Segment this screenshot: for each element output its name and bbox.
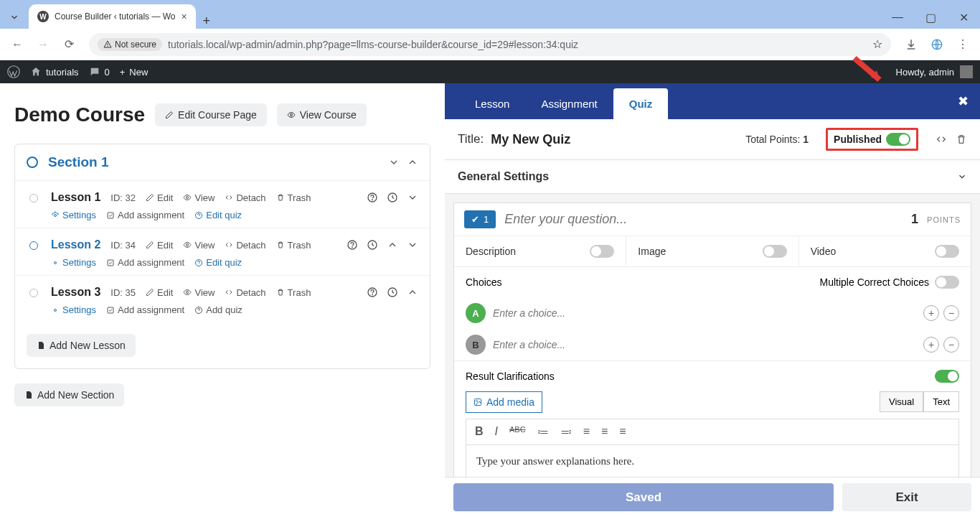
close-editor-button[interactable]: ✖ xyxy=(958,93,969,109)
wp-logo[interactable] xyxy=(7,65,20,78)
view-lesson-link[interactable]: View xyxy=(183,240,215,251)
tab-assignment[interactable]: Assignment xyxy=(525,88,613,119)
chevron-up-icon[interactable] xyxy=(407,157,418,168)
view-course-button[interactable]: View Course xyxy=(277,103,367,126)
lesson-title[interactable]: Lesson 1 xyxy=(51,191,100,204)
chevron-down-icon[interactable] xyxy=(388,157,400,168)
result-clarifications-toggle[interactable] xyxy=(935,370,959,383)
lesson-settings-link[interactable]: Settings xyxy=(51,210,96,220)
wp-howdy[interactable]: Howdy, admin xyxy=(896,65,973,78)
downloads-button[interactable] xyxy=(900,33,923,56)
menu-button[interactable]: ⋮ xyxy=(951,33,974,56)
video-toggle[interactable] xyxy=(935,245,959,258)
exit-button[interactable]: Exit xyxy=(842,483,971,511)
bookmark-icon[interactable]: ☆ xyxy=(872,37,882,51)
add-assignment-link[interactable]: Add assignment xyxy=(106,210,184,220)
add-assignment-link[interactable]: Add assignment xyxy=(106,257,184,268)
clock-icon[interactable] xyxy=(387,287,398,298)
remove-choice-button[interactable]: − xyxy=(943,305,959,321)
image-toggle[interactable] xyxy=(763,245,787,258)
question-type-badge[interactable]: ✔ 1 xyxy=(464,210,496,228)
bullet-list-button[interactable]: ≔ xyxy=(537,425,549,439)
add-section-button[interactable]: Add New Section xyxy=(14,383,124,406)
add-lesson-button[interactable]: Add New Lesson xyxy=(27,334,136,357)
detach-lesson-link[interactable]: Detach xyxy=(225,287,265,298)
trash-icon[interactable] xyxy=(956,134,967,145)
detach-lesson-link[interactable]: Detach xyxy=(225,192,265,203)
close-window-button[interactable]: ✕ xyxy=(947,6,980,29)
quiz-scroll-area[interactable]: ✔ 1 1 POINTS Description Image Video Cho… xyxy=(445,194,980,477)
chevron-up-icon[interactable] xyxy=(407,287,418,298)
tab-search-button[interactable] xyxy=(0,6,29,29)
detach-lesson-link[interactable]: Detach xyxy=(225,240,265,251)
number-list-button[interactable]: ≕ xyxy=(560,425,572,439)
view-lesson-link[interactable]: View xyxy=(183,192,215,203)
quiz-icon[interactable] xyxy=(367,192,378,203)
question-input[interactable] xyxy=(504,212,903,227)
chevron-down-icon[interactable] xyxy=(407,239,418,251)
add-assignment-link[interactable]: Add assignment xyxy=(106,304,184,315)
lesson-settings-link[interactable]: Settings xyxy=(51,257,96,268)
add-choice-button[interactable]: + xyxy=(923,305,939,321)
maximize-button[interactable]: ▢ xyxy=(914,6,947,29)
quiz-title[interactable]: My New Quiz xyxy=(491,132,570,147)
strike-button[interactable]: ABC xyxy=(509,425,526,439)
trash-lesson-link[interactable]: Trash xyxy=(276,287,311,298)
new-tab-button[interactable]: + xyxy=(196,14,217,29)
align-right-button[interactable]: ≡ xyxy=(619,425,626,439)
choice-marker-a[interactable]: A xyxy=(466,303,486,323)
detach-icon[interactable] xyxy=(936,134,947,145)
remove-choice-button[interactable]: − xyxy=(943,337,959,353)
section-header[interactable]: Section 1 xyxy=(15,144,430,181)
bold-button[interactable]: B xyxy=(475,425,484,439)
edit-course-page-button[interactable]: Edit Course Page xyxy=(155,103,267,126)
clock-icon[interactable] xyxy=(367,239,378,251)
quiz-icon[interactable] xyxy=(347,239,358,251)
choice-input[interactable] xyxy=(493,339,916,350)
question-points[interactable]: 1 xyxy=(911,212,918,227)
description-toggle[interactable] xyxy=(590,245,614,258)
choice-input[interactable] xyxy=(493,307,916,319)
editor-tab-text[interactable]: Text xyxy=(923,391,959,412)
editor-body[interactable]: Type your answer explanations here. xyxy=(466,445,959,477)
clock-icon[interactable] xyxy=(387,192,398,203)
quiz-icon[interactable] xyxy=(367,287,378,298)
edit-lesson-link[interactable]: Edit xyxy=(146,192,173,203)
multiple-choices-toggle[interactable] xyxy=(935,276,959,289)
reload-button[interactable]: ⟳ xyxy=(57,33,80,56)
chevron-down-icon[interactable] xyxy=(407,192,418,203)
browser-tab[interactable]: W Course Builder ‹ tutorials — Wo × xyxy=(29,4,196,29)
wp-comments[interactable]: 0 xyxy=(89,66,110,78)
edit-lesson-link[interactable]: Edit xyxy=(146,240,173,251)
wp-site-link[interactable]: tutorials xyxy=(30,66,79,78)
align-left-button[interactable]: ≡ xyxy=(583,425,590,439)
published-toggle[interactable] xyxy=(886,133,910,146)
general-settings-row[interactable]: General Settings xyxy=(445,160,980,194)
add-quiz-link[interactable]: Add quiz xyxy=(194,304,242,315)
back-button[interactable]: ← xyxy=(6,33,29,56)
edit-lesson-link[interactable]: Edit xyxy=(146,287,173,298)
lesson-title[interactable]: Lesson 3 xyxy=(51,286,100,299)
trash-lesson-link[interactable]: Trash xyxy=(276,240,311,251)
edit-quiz-link[interactable]: Edit quiz xyxy=(194,210,242,220)
tab-quiz[interactable]: Quiz xyxy=(613,88,669,119)
chevron-up-icon[interactable] xyxy=(387,239,398,251)
editor-tab-visual[interactable]: Visual xyxy=(880,391,923,412)
align-center-button[interactable]: ≡ xyxy=(601,425,608,439)
security-chip[interactable]: Not secure xyxy=(98,38,162,51)
choice-marker-b[interactable]: B xyxy=(466,335,486,355)
lesson-settings-link[interactable]: Settings xyxy=(51,304,96,315)
italic-button[interactable]: I xyxy=(495,425,498,439)
extension-button[interactable] xyxy=(925,33,948,56)
add-media-button[interactable]: Add media xyxy=(466,391,542,413)
forward-button[interactable]: → xyxy=(32,33,55,56)
tab-close-icon[interactable]: × xyxy=(182,11,187,22)
add-choice-button[interactable]: + xyxy=(923,337,939,353)
view-lesson-link[interactable]: View xyxy=(183,287,215,298)
wp-new[interactable]: + New xyxy=(120,67,149,78)
edit-quiz-link[interactable]: Edit quiz xyxy=(194,257,242,268)
trash-lesson-link[interactable]: Trash xyxy=(276,192,311,203)
lesson-title[interactable]: Lesson 2 xyxy=(51,238,100,251)
tab-lesson[interactable]: Lesson xyxy=(459,88,525,119)
saved-button[interactable]: Saved xyxy=(453,483,834,511)
